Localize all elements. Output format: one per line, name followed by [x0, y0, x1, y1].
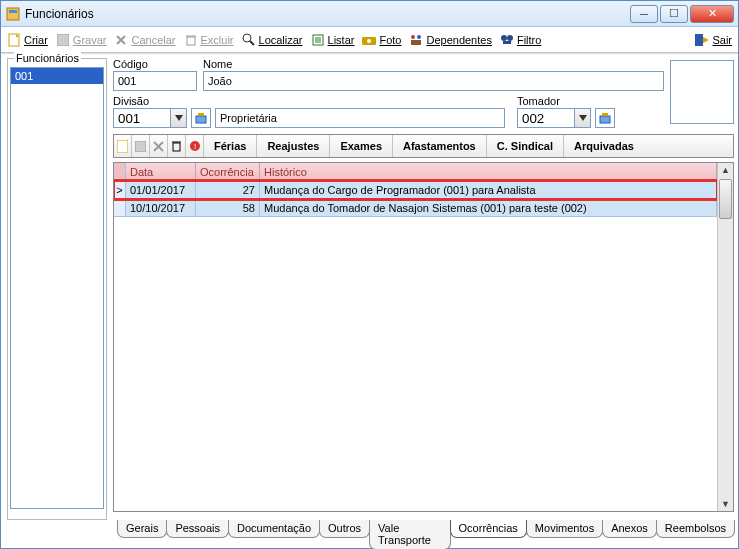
content: Funcionários 001 Código Nome	[1, 53, 738, 548]
new-record-button[interactable]	[114, 135, 132, 157]
sidebar-list[interactable]: 001	[10, 67, 104, 509]
titlebar: Funcionários ─ ☐ ✕	[1, 1, 738, 27]
dependentes-button[interactable]: Dependentes	[409, 33, 491, 47]
tab-reajustes[interactable]: Reajustes	[257, 135, 330, 157]
col-ocorrencia[interactable]: Ocorrência	[196, 163, 260, 180]
svg-point-16	[411, 35, 415, 39]
list-icon	[311, 33, 325, 47]
cancelar-label: Cancelar	[131, 34, 175, 46]
svg-rect-25	[600, 116, 610, 123]
row-cursor-icon: >	[114, 181, 126, 198]
tomador-lookup-button[interactable]	[595, 108, 615, 128]
tab-outros[interactable]: Outros	[319, 520, 370, 538]
criar-button[interactable]: Criar	[7, 33, 48, 47]
foto-label: Foto	[379, 34, 401, 46]
window-title: Funcionários	[25, 7, 630, 21]
divisao-lookup-button[interactable]	[191, 108, 211, 128]
cell-historico: Mudança do Tomador de Nasajon Sistemas (…	[260, 199, 717, 216]
svg-point-19	[501, 35, 507, 41]
divisao-combo[interactable]	[113, 108, 187, 128]
nome-input[interactable]	[203, 71, 664, 91]
tab-anexos[interactable]: Anexos	[602, 520, 657, 538]
excluir-button: Excluir	[184, 33, 234, 47]
tab-pessoais[interactable]: Pessoais	[166, 520, 229, 538]
tomador-label: Tomador	[517, 95, 615, 107]
chevron-down-icon[interactable]	[575, 108, 591, 128]
tab-reembolsos[interactable]: Reembolsos	[656, 520, 735, 538]
grid-row[interactable]: > 01/01/2017 27 Mudança do Cargo de Prog…	[114, 181, 717, 199]
new-icon	[7, 33, 21, 47]
svg-rect-31	[173, 143, 180, 151]
tab-vale-transporte[interactable]: Vale Transporte	[369, 520, 451, 549]
tab-afastamentos[interactable]: Afastamentos	[393, 135, 487, 157]
svg-line-9	[250, 41, 254, 45]
close-button[interactable]: ✕	[690, 5, 734, 23]
svg-rect-18	[411, 40, 421, 45]
toolbar: Criar Gravar Cancelar Excluir Localizar …	[1, 27, 738, 53]
tab-csindical[interactable]: C. Sindical	[487, 135, 564, 157]
svg-point-8	[243, 34, 251, 42]
delete-record-button[interactable]	[168, 135, 186, 157]
tab-ocorrencias[interactable]: Ocorrências	[450, 520, 527, 538]
cell-ocorrencia: 27	[196, 181, 260, 198]
grid-row[interactable]: 10/10/2017 58 Mudança do Tomador de Nasa…	[114, 199, 717, 217]
criar-label: Criar	[24, 34, 48, 46]
svg-rect-21	[503, 41, 511, 44]
dependentes-icon	[409, 33, 423, 47]
foto-button[interactable]: Foto	[362, 33, 401, 47]
save-icon	[56, 33, 70, 47]
excluir-label: Excluir	[201, 34, 234, 46]
scroll-thumb[interactable]	[719, 179, 732, 219]
filtro-label: Filtro	[517, 34, 541, 46]
svg-rect-28	[135, 141, 146, 152]
vertical-scrollbar[interactable]: ▲ ▼	[717, 163, 733, 511]
divisao-label: Divisão	[113, 95, 505, 107]
app-icon	[5, 6, 21, 22]
scroll-up-icon[interactable]: ▲	[718, 163, 733, 177]
camera-icon	[362, 33, 376, 47]
cell-data: 10/10/2017	[126, 199, 196, 216]
codigo-label: Código	[113, 58, 197, 70]
tab-exames[interactable]: Exames	[330, 135, 393, 157]
save-record-button[interactable]	[132, 135, 150, 157]
localizar-label: Localizar	[259, 34, 303, 46]
codigo-input[interactable]	[113, 71, 197, 91]
chevron-down-icon[interactable]	[171, 108, 187, 128]
tab-gerais[interactable]: Gerais	[117, 520, 167, 538]
col-historico[interactable]: Histórico	[260, 163, 717, 180]
col-data[interactable]: Data	[126, 163, 196, 180]
alert-button[interactable]: !	[186, 135, 204, 157]
delete-icon	[184, 33, 198, 47]
divisao-desc-input[interactable]	[215, 108, 505, 128]
svg-point-15	[367, 39, 371, 43]
filtro-button[interactable]: Filtro	[500, 33, 541, 47]
cancel-record-button[interactable]	[150, 135, 168, 157]
sidebar: Funcionários 001	[5, 58, 109, 544]
inner-toolbar: ! Férias Reajustes Exames Afastamentos C…	[113, 134, 734, 158]
cell-ocorrencia: 58	[196, 199, 260, 216]
cell-historico: Mudança do Cargo de Programador (001) pa…	[260, 181, 717, 198]
sair-label: Sair	[712, 34, 732, 46]
tab-documentacao[interactable]: Documentação	[228, 520, 320, 538]
scroll-down-icon[interactable]: ▼	[718, 497, 733, 511]
sidebar-item[interactable]: 001	[11, 68, 103, 84]
tab-movimentos[interactable]: Movimentos	[526, 520, 603, 538]
grid: Data Ocorrência Histórico > 01/01/2017 2…	[113, 162, 734, 512]
localizar-button[interactable]: Localizar	[242, 33, 303, 47]
divisao-value[interactable]	[113, 108, 171, 128]
tomador-value[interactable]	[517, 108, 575, 128]
minimize-button[interactable]: ─	[630, 5, 658, 23]
svg-text:!: !	[193, 142, 195, 151]
svg-rect-27	[117, 140, 128, 153]
photo-box[interactable]	[670, 60, 734, 124]
listar-button[interactable]: Listar	[311, 33, 355, 47]
tab-ferias[interactable]: Férias	[204, 135, 257, 157]
tomador-combo[interactable]	[517, 108, 591, 128]
bottom-tabs: Gerais Pessoais Documentação Outros Vale…	[113, 520, 734, 544]
gravar-button: Gravar	[56, 33, 107, 47]
tab-arquivadas[interactable]: Arquivadas	[564, 135, 644, 157]
sair-button[interactable]: Sair	[695, 33, 732, 47]
main-pane: Código Nome Divisão	[113, 58, 734, 544]
maximize-button[interactable]: ☐	[660, 5, 688, 23]
svg-point-20	[507, 35, 513, 41]
